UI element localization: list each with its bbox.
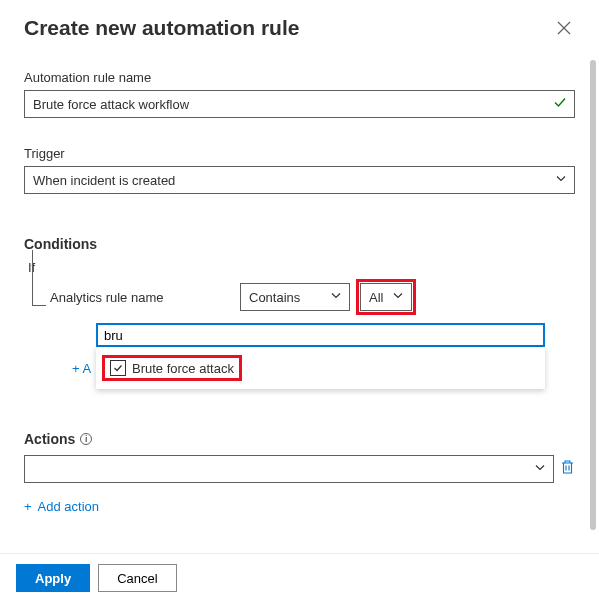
panel-title: Create new automation rule (24, 16, 299, 40)
actions-heading: Actions i (24, 431, 575, 447)
condition-value: All (369, 290, 383, 305)
operator-value: Contains (249, 290, 300, 305)
close-icon (557, 21, 571, 35)
rule-name-label: Automation rule name (24, 70, 575, 85)
trigger-label: Trigger (24, 146, 575, 161)
condition-field-label: Analytics rule name (50, 290, 240, 305)
condition-operator-select[interactable]: Contains (240, 283, 350, 311)
info-icon: i (80, 433, 92, 445)
checkmark-icon (113, 363, 123, 373)
scrollbar[interactable] (590, 60, 596, 530)
plus-icon: + (24, 499, 32, 514)
trigger-select[interactable]: When incident is created (24, 166, 575, 194)
if-label: If (28, 260, 575, 275)
condition-value-select[interactable]: All (360, 283, 412, 311)
checkbox[interactable] (110, 360, 126, 376)
tree-connector (32, 250, 46, 306)
trash-icon (560, 459, 575, 475)
action-select[interactable] (24, 455, 554, 483)
footer: Apply Cancel (0, 553, 599, 602)
add-action-label: Add action (38, 499, 99, 514)
add-action-button[interactable]: + Add action (24, 499, 99, 514)
delete-action-button[interactable] (560, 459, 575, 479)
add-condition-prefix[interactable]: + A (72, 361, 91, 376)
rule-name-input[interactable] (24, 90, 575, 118)
actions-heading-text: Actions (24, 431, 75, 447)
conditions-heading: Conditions (24, 236, 575, 252)
close-button[interactable] (553, 16, 575, 42)
trigger-value: When incident is created (33, 173, 175, 188)
condition-search-input[interactable] (96, 323, 545, 347)
dropdown-item-label: Brute force attack (132, 361, 234, 376)
dropdown-item[interactable]: Brute force attack (102, 355, 242, 381)
apply-button[interactable]: Apply (16, 564, 90, 592)
cancel-button[interactable]: Cancel (98, 564, 176, 592)
